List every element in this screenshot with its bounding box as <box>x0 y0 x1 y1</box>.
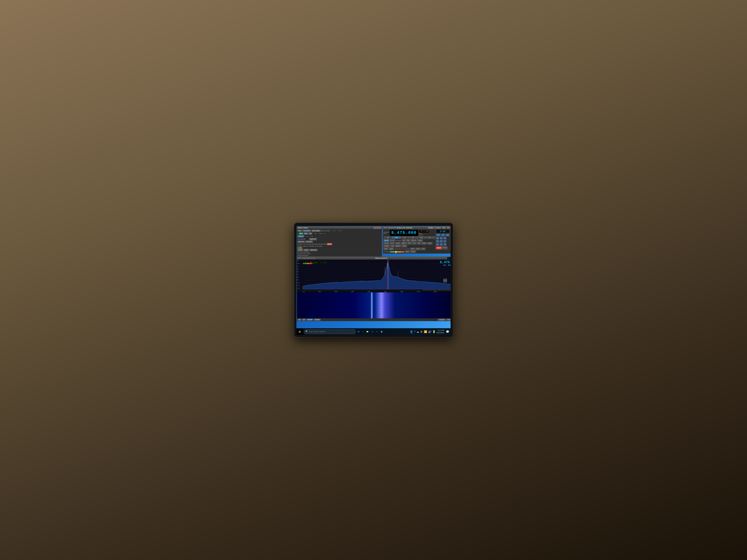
minimize-button[interactable]: _ <box>374 227 376 229</box>
explorer-app[interactable]: 📁 <box>365 328 370 335</box>
qmr-btn[interactable]: QMR <box>389 248 394 250</box>
vfo-b-btn[interactable]: VFO B <box>384 242 389 245</box>
band-15[interactable]: 15 <box>436 243 439 246</box>
db-meter-label: -84 dB <box>394 248 398 250</box>
main-frequency-display[interactable]: 9,475.000 <box>390 230 418 236</box>
ba-btn[interactable]: B > A <box>390 242 395 245</box>
band-17[interactable]: 17 <box>443 240 446 243</box>
up-arrow-icon[interactable]: ^ <box>414 330 415 333</box>
fm-mode-label: FM MODE <box>395 240 402 241</box>
sp-btn[interactable]: SP <box>298 319 301 321</box>
freq-100: 100 <box>303 291 305 292</box>
store-app[interactable]: 🛍 <box>370 328 375 335</box>
band-close[interactable]: × <box>447 227 449 229</box>
store-icon: 🛍 <box>371 330 373 332</box>
edge-icon: e <box>362 330 363 332</box>
ld-lock-button[interactable]: LO LOCK <box>305 241 313 243</box>
zap-btn[interactable]: ZAP <box>407 242 412 245</box>
ncr2-btn[interactable]: NCR2 <box>427 242 432 245</box>
rx-button[interactable]: RX <box>308 233 312 235</box>
mw-fm-label: MW/FM <box>318 243 323 245</box>
ab-btn[interactable]: A > B <box>390 239 395 242</box>
band-12[interactable]: 12 <box>440 243 443 246</box>
notch-btn[interactable]: NOTCH <box>410 239 417 242</box>
scanner-button[interactable]: SCANNER <box>303 230 311 232</box>
fast-btn[interactable]: FAST <box>416 248 421 250</box>
zoom-left[interactable]: < ZOOM > <box>438 319 446 321</box>
vfo-ctrl[interactable]: VFO <box>446 319 450 321</box>
taskbar-search-box[interactable]: 🔍 <box>304 329 356 334</box>
vfo-a-btn[interactable]: VFO A <box>384 239 389 242</box>
mode-lsb[interactable]: LSB <box>426 237 434 239</box>
taskview-btn[interactable]: ⧉ <box>357 328 361 335</box>
band-30[interactable]: 30 <box>436 240 439 243</box>
mem-par-button[interactable]: MEM PAR <box>310 249 317 251</box>
ncl-btn[interactable]: NCL <box>421 248 426 250</box>
volume-icon[interactable]: 🔊 <box>428 330 431 333</box>
qms-btn[interactable]: QMS <box>384 248 388 250</box>
close-button[interactable]: × <box>379 227 381 229</box>
swfm-btn[interactable]: SWFM <box>401 242 407 245</box>
wf-btn[interactable]: WF <box>302 319 306 321</box>
20k-btn[interactable]: 20K <box>417 242 421 245</box>
smeter-bar-7 <box>303 247 304 249</box>
maximize-button[interactable]: □ <box>376 227 379 229</box>
sqlc-button[interactable]: SQLC <box>304 249 309 251</box>
clear-button[interactable]: Clear <box>436 246 442 249</box>
add-vfx-button[interactable]: ADD VFX <box>309 238 317 240</box>
titlebar-buttons: _ □ × <box>374 227 381 229</box>
nb-btn[interactable]: NB <box>406 239 410 242</box>
edge-app[interactable]: e <box>361 328 365 335</box>
nh-btn[interactable]: NH <box>402 239 406 242</box>
band-40[interactable]: 40 <box>443 237 446 239</box>
enter-button[interactable]: Enter <box>442 246 447 249</box>
s2 <box>304 263 305 264</box>
spectrum-counter: 0-00 <box>447 257 450 259</box>
ncr1-btn[interactable]: NCR1 <box>417 239 423 242</box>
cwafc-btn[interactable]: CWAFC <box>384 245 390 247</box>
band-60[interactable]: 60 <box>440 237 443 239</box>
pwr-snr-label: PWR & SNR TO CSV <box>303 258 315 259</box>
taskbar-clock[interactable]: 3:17 PM 8/11/2019 <box>437 329 445 334</box>
opt-button[interactable]: OPT <box>298 230 302 232</box>
mute-button[interactable]: MUTE <box>298 249 303 251</box>
start-button[interactable]: ⊞ <box>297 328 303 335</box>
sp1-button[interactable]: SP1 <box>299 233 303 235</box>
band-160[interactable]: 160 <box>445 234 449 236</box>
volume-slider[interactable] <box>390 251 405 252</box>
taskview2-app[interactable]: ▦ <box>379 328 384 335</box>
mail-app[interactable]: ✉ <box>375 328 379 335</box>
mode-cw[interactable]: CW <box>409 237 417 239</box>
mode-dsb[interactable]: DSB <box>417 237 426 239</box>
ncr3-btn[interactable]: NCR3 <box>402 245 407 247</box>
mode-am[interactable]: AM <box>384 237 392 239</box>
11k-btn[interactable]: 11K <box>412 242 416 245</box>
nr-btn[interactable]: NR <box>390 245 394 247</box>
wfm-btn[interactable]: WFM <box>395 242 401 245</box>
notches-label: NOTCHES <box>312 243 318 245</box>
search-input[interactable] <box>309 330 354 332</box>
notification-icon[interactable]: 💬 <box>446 330 449 333</box>
sp-wf-btn[interactable]: SP+WF <box>307 319 313 321</box>
band-80[interactable]: 80 <box>436 237 439 239</box>
diff-btn[interactable]: DIFF <box>410 248 415 250</box>
sp2-button[interactable]: SP2 <box>304 233 308 235</box>
band-2200[interactable]: 2200 <box>436 234 441 236</box>
band-10[interactable]: 10 <box>443 243 446 246</box>
combo-btn[interactable]: COMBO <box>314 319 320 321</box>
stop-button[interactable]: STOP <box>327 243 332 245</box>
asyn1-label[interactable]: ASYN1 <box>428 227 434 229</box>
s7 <box>311 263 312 264</box>
med-btn[interactable]: MED <box>405 250 410 253</box>
wbn-btn[interactable]: WBN <box>422 242 427 245</box>
del-vfx-button[interactable]: DEL VFX <box>298 241 305 243</box>
mode-fm[interactable]: FM <box>401 237 409 239</box>
rec-panel-button[interactable]: REC PANEL <box>311 230 320 232</box>
slow-btn[interactable]: SLOW <box>410 250 416 253</box>
windows-logo: ⊞ <box>443 277 447 284</box>
mode-sam[interactable]: SAM <box>392 237 401 239</box>
single-button[interactable]: SINGLE <box>298 235 304 237</box>
band-20[interactable]: 20 <box>440 240 443 243</box>
nboff-btn[interactable]: NBOFF <box>395 245 401 247</box>
band-630[interactable]: 630 <box>441 234 445 236</box>
